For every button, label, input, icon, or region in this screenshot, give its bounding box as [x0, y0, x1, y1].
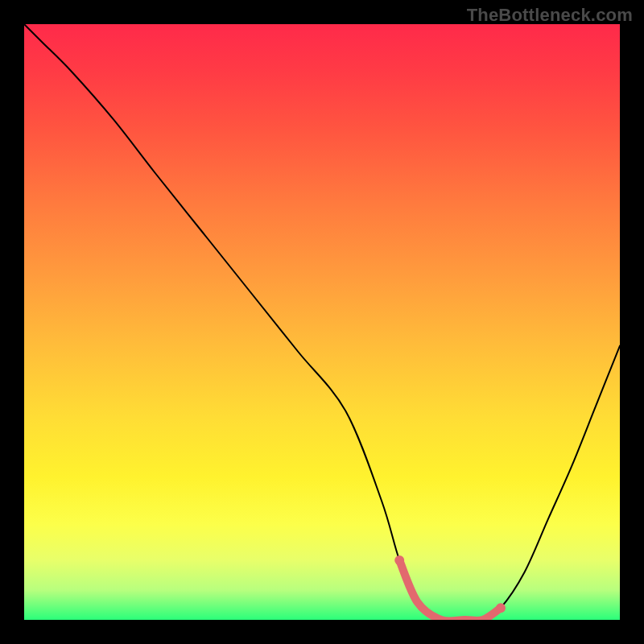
highlight-segment: [399, 560, 501, 620]
chart-overlay: [24, 24, 620, 620]
highlight-endpoint-left: [394, 555, 404, 565]
chart-series: [24, 24, 620, 620]
bottleneck-curve: [24, 24, 620, 620]
watermark-text: TheBottleneck.com: [467, 5, 633, 26]
highlight-endpoint-right: [496, 603, 506, 613]
chart-frame: TheBottleneck.com: [0, 0, 644, 644]
plot-area: [24, 24, 620, 620]
